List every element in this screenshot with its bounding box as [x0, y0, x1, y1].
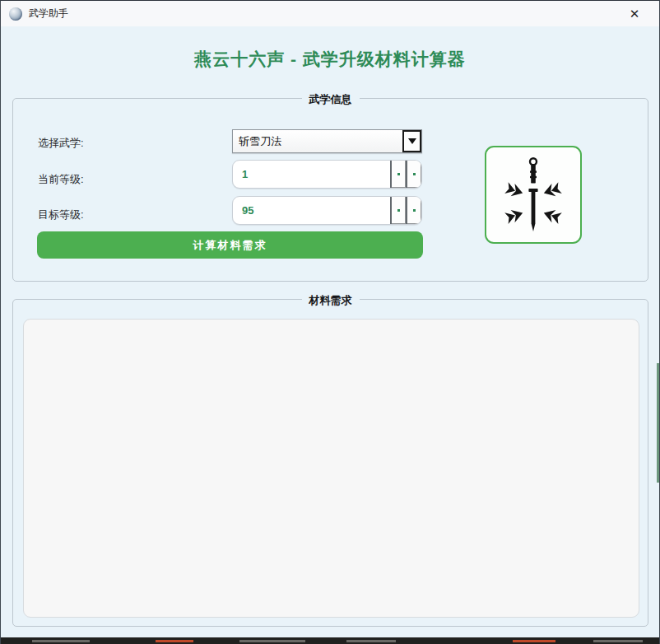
background-fragment	[239, 640, 305, 642]
dropdown-button[interactable]	[402, 130, 421, 152]
spin-increment-button[interactable]	[406, 196, 421, 225]
spin-dot-icon	[413, 209, 416, 212]
spin-dot-icon	[397, 173, 400, 175]
current-level-spinbox[interactable]: 1	[232, 160, 422, 189]
close-button[interactable]: ✕	[618, 1, 651, 26]
titlebar: 武学助手 ✕	[1, 1, 659, 26]
spin-dot-icon	[413, 173, 416, 175]
page-title: 燕云十六声 - 武学升级材料计算器	[1, 48, 659, 71]
close-icon: ✕	[630, 7, 640, 21]
skill-image-box	[485, 146, 582, 244]
window-title: 武学助手	[29, 7, 68, 21]
target-level-value[interactable]: 95	[233, 204, 390, 217]
martial-info-legend: 武学信息	[13, 91, 648, 107]
app-icon	[9, 7, 22, 21]
chevron-down-icon	[408, 138, 416, 144]
scrollbar-thumb[interactable]	[657, 363, 659, 483]
background-fragment	[156, 640, 193, 642]
martial-info-groupbox: 武学信息 选择武学: 斩雪刀法 当前等级: 1 目标等级: 95 计算材料需求	[12, 98, 648, 282]
spin-decrement-button[interactable]	[390, 160, 406, 189]
sword-with-converging-arrows-icon	[494, 152, 573, 238]
background-fragment	[513, 640, 555, 642]
martial-select-value: 斩雪刀法	[233, 134, 402, 149]
background-content-strip	[1, 637, 659, 644]
calculate-button-label: 计算材料需求	[193, 238, 267, 253]
martial-select-combobox[interactable]: 斩雪刀法	[232, 129, 422, 153]
materials-result-panel	[23, 319, 639, 618]
spin-increment-button[interactable]	[406, 160, 421, 189]
materials-legend: 材料需求	[13, 292, 648, 308]
calculate-button[interactable]: 计算材料需求	[37, 231, 423, 259]
spin-dot-icon	[397, 209, 400, 212]
app-window: 武学助手 ✕ 燕云十六声 - 武学升级材料计算器 武学信息 选择武学: 斩雪刀法…	[0, 0, 660, 644]
target-level-spinbox[interactable]: 95	[232, 196, 422, 225]
current-level-label: 当前等级:	[38, 172, 84, 187]
background-fragment	[32, 640, 90, 642]
current-level-value[interactable]: 1	[233, 168, 390, 180]
background-fragment	[346, 640, 396, 642]
background-fragment	[593, 640, 643, 642]
materials-groupbox: 材料需求	[12, 299, 648, 627]
target-level-label: 目标等级:	[38, 208, 84, 222]
select-martial-label: 选择武学:	[38, 136, 84, 151]
spin-decrement-button[interactable]	[390, 196, 406, 225]
